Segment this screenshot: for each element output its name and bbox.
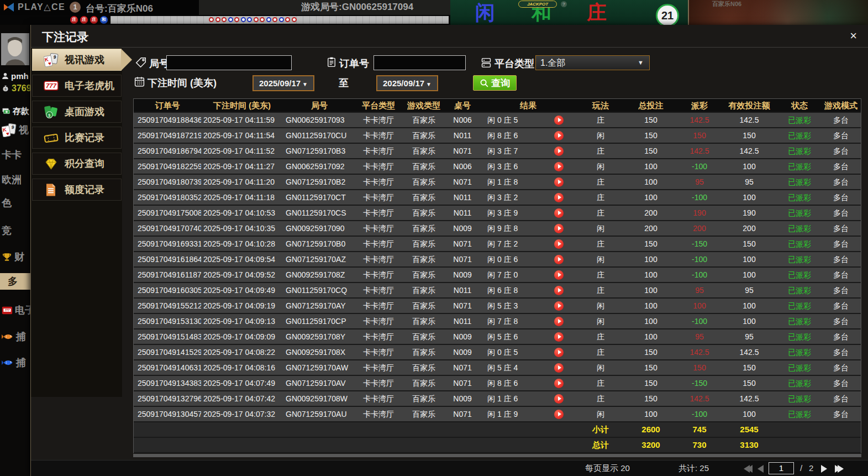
table-row: 2509170491514832025-09-17 04:09:09GN0092… (134, 329, 861, 345)
cell-table_no: N009 (446, 268, 478, 283)
left-nav-item-11[interactable]: 捕 (0, 329, 30, 344)
cell-valid_bet: 200 (720, 221, 778, 237)
cell-time: 2025-09-17 04:07:32 (201, 407, 283, 422)
current-page-input[interactable]: 1 (769, 462, 794, 474)
cell-payout: -150 (678, 376, 720, 391)
help-icon[interactable]: ? (561, 1, 567, 7)
replay-play-button[interactable] (554, 379, 564, 388)
chevron-down-icon: ▼ (638, 56, 644, 70)
horizontal-scrollbar[interactable] (133, 454, 861, 457)
cell-mode: 多台 (821, 391, 861, 407)
cell-result: 闲 3 庄 2 (478, 190, 578, 206)
replay-play-button[interactable] (554, 162, 564, 171)
round-input[interactable] (166, 55, 292, 70)
sidebar-item-0[interactable]: 9K♥视讯游戏 (32, 49, 122, 71)
cell-platform: 卡卡湾厅 (356, 268, 401, 283)
replay-play-button[interactable] (554, 147, 564, 156)
left-nav-item-1[interactable]: $3769 (0, 81, 30, 96)
left-nav-item-10[interactable]: 777电子 (0, 303, 30, 317)
cell-time: 2025-09-17 04:09:09 (201, 329, 283, 345)
prev-page-icon[interactable] (757, 465, 764, 473)
cell-method: 闲 (578, 221, 623, 237)
cell-order: 250917049188436 (134, 113, 201, 128)
left-nav-item-5[interactable]: 欧洲 (0, 172, 30, 187)
cell-result: 闲 3 庄 7 (478, 144, 578, 159)
cell-result: 闲 1 庄 9 (478, 407, 578, 422)
replay-play-button[interactable] (554, 363, 564, 373)
replay-play-button[interactable] (554, 131, 564, 140)
sidebar-item-3[interactable]: 比赛记录 (32, 127, 122, 149)
close-icon[interactable]: × (850, 29, 857, 43)
replay-play-button[interactable] (554, 394, 564, 404)
order-input[interactable] (373, 55, 466, 70)
replay-play-button[interactable] (554, 270, 564, 280)
bet-player-label[interactable]: 闲 (475, 1, 495, 25)
replay-play-button[interactable] (554, 348, 564, 357)
sidebar-item-4[interactable]: 积分查询 (32, 153, 122, 175)
cell-order: 250917049186794 (134, 144, 201, 159)
cell-platform: 卡卡湾厅 (356, 299, 401, 314)
left-nav-item-7[interactable]: 竞 (0, 223, 30, 238)
bet-banker-label[interactable]: 庄 (587, 1, 607, 25)
cell-time: 2025-09-17 04:08:16 (201, 360, 283, 376)
cell-order: 250917049175008 (134, 206, 201, 221)
search-button[interactable]: 查询 (473, 75, 517, 91)
table-row: 2509170491867942025-09-17 04:11:52GN0712… (134, 144, 861, 159)
replay-play-button[interactable] (554, 410, 564, 419)
replay-play-button[interactable] (554, 317, 564, 326)
top-bar: PLAY△CE 1 台号:百家乐N06 游戏局号:GN00625917094 闲… (0, 0, 868, 15)
first-page-icon-2[interactable] (746, 465, 753, 473)
replay-play-button[interactable] (554, 286, 564, 295)
cell-total_bet: 100 (623, 314, 678, 329)
replay-play-button[interactable] (554, 116, 564, 125)
left-nav-item-3[interactable]: 9K♥视 (0, 123, 30, 137)
cell-game: 百家乐 (401, 345, 446, 360)
cell-status: 已派彩 (778, 113, 821, 128)
cell-table_no: N071 (446, 299, 478, 314)
last-page-icon-2[interactable] (838, 465, 844, 473)
cell-valid_bet: 100 (720, 268, 778, 283)
svg-text:777: 777 (5, 308, 10, 312)
replay-play-button[interactable] (554, 301, 564, 311)
sidebar-item-1[interactable]: 777电子老虎机 (32, 75, 122, 97)
sidebar-item-5[interactable]: 额度记录 (32, 179, 122, 201)
cell-platform: 卡卡湾厅 (356, 329, 401, 345)
replay-play-button[interactable] (554, 224, 564, 233)
sidebar-item-2[interactable]: $桌面游戏 (32, 101, 122, 123)
replay-play-button[interactable] (554, 177, 564, 187)
cell-payout: 150 (678, 360, 720, 376)
date-from-button[interactable]: 2025/09/17▼ (252, 75, 314, 91)
cell-table_no: N011 (446, 190, 478, 206)
date-to-button[interactable]: 2025/09/17▼ (376, 75, 438, 91)
left-nav-item-8[interactable]: 财 (0, 250, 30, 264)
replay-play-button[interactable] (554, 193, 564, 202)
replay-play-button[interactable] (554, 208, 564, 218)
next-page-icon[interactable] (821, 465, 827, 473)
cell-round: GN0092591708X (283, 345, 356, 360)
cell-payout: 100 (678, 299, 720, 314)
replay-play-button[interactable] (554, 239, 564, 249)
replay-play-button[interactable] (554, 332, 564, 342)
cell-round: GN071259170B2 (283, 175, 356, 190)
left-nav-item-2[interactable]: 存款 (0, 104, 30, 118)
cell-game: 百家乐 (401, 268, 446, 283)
left-nav-item-6[interactable]: 色 (0, 196, 30, 210)
cell-total_bet: 150 (623, 376, 678, 391)
left-nav-item-12[interactable]: 捕 (0, 355, 30, 370)
left-nav-label: 欧洲 (2, 173, 22, 186)
cell-order: 250917049180739 (134, 175, 201, 190)
replay-play-button[interactable] (554, 255, 564, 264)
cell-order: 250917049170740 (134, 221, 201, 237)
platform-select[interactable]: 1.全部 ▼ (535, 55, 650, 70)
cell-order: 250917049169331 (134, 237, 201, 252)
bet-zone: 闲 和 庄 JACKPOT ? 21 (450, 0, 688, 25)
left-nav-item-4[interactable]: 卡卡 (0, 148, 30, 162)
left-nav-item-9[interactable]: 多 (0, 273, 30, 290)
cell-valid_bet: 150 (720, 128, 778, 144)
betting-records-modal: 下注记录 × 9K♥视讯游戏777电子老虎机$桌面游戏比赛记录积分查询额度记录 … (30, 25, 868, 476)
tag-icon (135, 56, 147, 69)
cell-time: 2025-09-17 04:09:52 (201, 268, 283, 283)
left-nav-label: pmh (11, 71, 29, 81)
cell-total_bet: 100 (623, 252, 678, 268)
sidebar-item-label: 桌面游戏 (65, 105, 104, 118)
